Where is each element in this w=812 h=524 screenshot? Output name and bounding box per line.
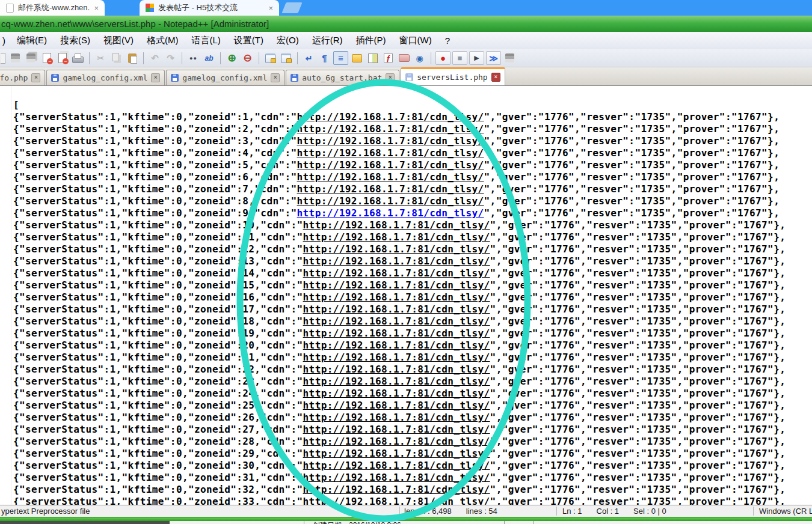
cdn-link[interactable]: http://192.168.1.7:81/cdn_tlsy/ [303, 267, 490, 279]
redo-icon[interactable] [164, 52, 177, 64]
doc-map-icon[interactable] [366, 52, 380, 64]
new-tab-button[interactable] [281, 2, 302, 13]
file-tab[interactable]: gamelog_config.xml× [46, 70, 165, 85]
cdn-link[interactable]: http://192.168.1.7:81/cdn_tlsy/ [297, 123, 484, 135]
cdn-link[interactable]: http://192.168.1.7:81/cdn_tlsy/ [303, 448, 490, 459]
browser-tab-forum[interactable]: 发表帖子 - H5技术交流 × [140, 0, 279, 16]
menu-item[interactable]: 格式(M) [140, 35, 185, 46]
browser-tab-mail[interactable]: 邮件系统-www.zhen.ne × [0, 0, 105, 16]
editor[interactable]: [{"serverStatus":1,"kftime":0,"zoneid":1… [0, 86, 812, 505]
function-list-icon[interactable] [381, 52, 395, 64]
code-line: {"serverStatus":1,"kftime":0,"zoneid":23… [13, 376, 786, 388]
close-icon[interactable]: × [271, 73, 280, 82]
menu-item[interactable]: 视图(V) [97, 35, 140, 46]
screen: 邮件系统-www.zhen.ne × 发表帖子 - H5技术交流 × cq-ww… [0, 0, 812, 524]
cdn-link[interactable]: http://192.168.1.7:81/cdn_tlsy/ [303, 376, 490, 387]
cdn-link[interactable]: http://192.168.1.7:81/cdn_tlsy/ [303, 315, 490, 327]
find-icon[interactable] [186, 52, 200, 64]
menu-item[interactable]: 窗口(W) [393, 35, 438, 46]
file-tab[interactable]: oinfo.php× [0, 70, 45, 85]
menu-item[interactable]: 编辑(E) [10, 35, 54, 46]
code-line: {"serverStatus":1,"kftime":0,"zoneid":27… [13, 424, 786, 436]
cdn-link[interactable]: http://192.168.1.7:81/cdn_tlsy/ [303, 303, 490, 315]
file-tab[interactable]: auto_6g_start.bat× [286, 70, 399, 85]
menu-item[interactable]: 宏(O) [270, 35, 306, 46]
cdn-link[interactable]: http://192.168.1.7:81/cdn_tlsy/ [303, 412, 490, 423]
macro-record-icon[interactable] [435, 51, 451, 65]
menu-item[interactable]: 插件(P) [349, 35, 393, 46]
editor-content[interactable]: [{"serverStatus":1,"kftime":0,"zoneid":1… [13, 99, 786, 505]
close-all-icon[interactable] [55, 52, 69, 64]
show-all-chars-icon[interactable] [333, 51, 348, 65]
print-icon[interactable] [71, 52, 85, 64]
word-wrap-icon[interactable] [302, 52, 316, 64]
cdn-link[interactable]: http://192.168.1.7:81/cdn_tlsy/ [297, 135, 484, 147]
cdn-link[interactable]: http://192.168.1.7:81/cdn_tlsy/ [303, 291, 490, 303]
cdn-link[interactable]: http://192.168.1.7:81/cdn_tlsy/ [303, 231, 490, 243]
sync-h-icon[interactable] [279, 52, 293, 64]
menu-item[interactable]: 设置(T) [227, 35, 270, 46]
save-icon[interactable] [8, 52, 22, 64]
cdn-link[interactable]: http://192.168.1.7:81/cdn_tlsy/ [297, 195, 484, 207]
cdn-link[interactable]: http://192.168.1.7:81/cdn_tlsy/ [303, 388, 490, 399]
file-tab[interactable]: serversList.php× [401, 67, 505, 85]
macro-save-icon[interactable] [503, 52, 517, 64]
file-tab[interactable]: gamelog_config.xml× [166, 70, 285, 85]
cdn-link[interactable]: http://192.168.1.7:81/cdn_tlsy/ [297, 159, 484, 171]
user-dialog-icon[interactable] [350, 52, 364, 64]
toolbar [0, 49, 812, 67]
cdn-link[interactable]: http://192.168.1.7:81/cdn_tlsy/ [303, 436, 490, 447]
replace-icon[interactable] [202, 52, 216, 64]
cut-icon[interactable] [94, 52, 108, 64]
close-icon[interactable]: × [491, 73, 500, 82]
cdn-link[interactable]: http://192.168.1.7:81/cdn_tlsy/ [297, 183, 484, 195]
cdn-link[interactable]: http://192.168.1.7:81/cdn_tlsy/ [303, 219, 490, 231]
cdn-link[interactable]: http://192.168.1.7:81/cdn_tlsy/ [303, 400, 490, 411]
code-line: {"serverStatus":1,"kftime":0,"zoneid":8,… [13, 195, 786, 207]
cdn-link[interactable]: http://192.168.1.7:81/cdn_tlsy/ [303, 243, 490, 255]
new-clipped-icon[interactable] [0, 52, 5, 64]
cdn-link[interactable]: http://192.168.1.7:81/cdn_tlsy/ [303, 340, 490, 351]
cdn-link[interactable]: http://192.168.1.7:81/cdn_tlsy/ [303, 328, 490, 339]
folder-icon[interactable] [397, 52, 411, 64]
zoom-out-icon[interactable] [241, 52, 254, 64]
copy-icon[interactable] [109, 52, 123, 64]
cdn-link[interactable]: http://192.168.1.7:81/cdn_tlsy/ [297, 207, 484, 219]
code-line: {"serverStatus":1,"kftime":0,"zoneid":26… [13, 412, 786, 424]
cdn-link[interactable]: http://192.168.1.7:81/cdn_tlsy/ [303, 484, 490, 495]
macro-run-icon[interactable] [486, 51, 501, 65]
undo-icon[interactable] [148, 52, 162, 64]
paragraph-icon[interactable] [318, 52, 331, 64]
status-eol-format[interactable]: Windows (CR LF) [759, 507, 812, 516]
close-icon[interactable]: × [31, 73, 40, 82]
cdn-link[interactable]: http://192.168.1.7:81/cdn_tlsy/ [297, 171, 484, 183]
close-icon[interactable]: × [268, 4, 273, 12]
macro-play-icon[interactable] [469, 51, 484, 65]
close-icon[interactable]: × [386, 73, 395, 82]
paste-icon[interactable] [125, 52, 139, 64]
cdn-link[interactable]: http://192.168.1.7:81/cdn_tlsy/ [303, 496, 490, 505]
cdn-link[interactable]: http://192.168.1.7:81/cdn_tlsy/ [303, 279, 490, 291]
zoom-in-icon[interactable] [225, 52, 239, 64]
menu-item[interactable]: ) [1, 35, 10, 46]
macro-stop-icon[interactable] [452, 51, 467, 65]
menu-item[interactable]: 语言(L) [185, 35, 227, 46]
cdn-link[interactable]: http://192.168.1.7:81/cdn_tlsy/ [303, 364, 490, 375]
close-icon[interactable]: × [151, 73, 160, 82]
cdn-link[interactable]: http://192.168.1.7:81/cdn_tlsy/ [303, 352, 490, 363]
cdn-link[interactable]: http://192.168.1.7:81/cdn_tlsy/ [297, 147, 484, 159]
menu-item[interactable]: 运行(R) [306, 35, 349, 46]
close-icon[interactable] [40, 52, 54, 64]
titlebar[interactable]: cq-www.zhen.net\www\serversList.php - No… [0, 16, 812, 32]
sync-v-icon[interactable] [263, 52, 277, 64]
close-icon[interactable]: × [94, 4, 99, 12]
cdn-link[interactable]: http://192.168.1.7:81/cdn_tlsy/ [303, 424, 490, 435]
eye-icon[interactable] [413, 52, 426, 64]
save-all-icon[interactable] [24, 52, 38, 64]
menu-item[interactable]: 搜索(S) [54, 35, 97, 46]
menu-item[interactable]: ? [438, 35, 457, 46]
cdn-link[interactable]: http://192.168.1.7:81/cdn_tlsy/ [303, 472, 490, 483]
cdn-link[interactable]: http://192.168.1.7:81/cdn_tlsy/ [303, 255, 490, 267]
cdn-link[interactable]: http://192.168.1.7:81/cdn_tlsy/ [297, 111, 484, 123]
cdn-link[interactable]: http://192.168.1.7:81/cdn_tlsy/ [303, 460, 490, 471]
